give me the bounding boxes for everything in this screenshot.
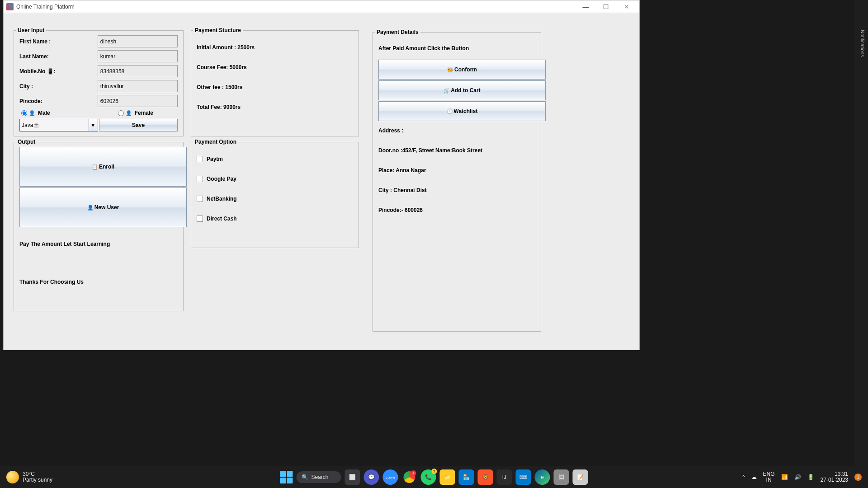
- netbank-label: NetBanking: [207, 196, 237, 202]
- conform-button[interactable]: 🐝 Conform: [378, 60, 546, 80]
- course-combo[interactable]: Java☕ ▼: [19, 119, 98, 131]
- enroll-label: Enroll: [99, 164, 114, 170]
- female-radio[interactable]: [118, 110, 124, 116]
- app1-icon[interactable]: 🖼: [554, 469, 569, 485]
- gpay-label: Google Pay: [207, 176, 236, 182]
- watchlist-button[interactable]: 🕐 Watchlist: [378, 101, 546, 121]
- condition: Partly sunny: [23, 477, 52, 483]
- enroll-icon: 📋: [92, 164, 98, 170]
- person-icon: 👤: [126, 110, 132, 116]
- payment-structure-group: Payment Stucture Initial Amount : 2500rs…: [191, 30, 359, 136]
- mobile-label: Mobile.No 📱:: [19, 68, 98, 75]
- cloud-icon[interactable]: ☁: [751, 474, 757, 480]
- start-button[interactable]: [280, 471, 292, 483]
- pay-message: Pay The Amount Let Start Learning: [19, 241, 178, 247]
- language-2[interactable]: IN: [763, 477, 775, 483]
- brave-icon[interactable]: 🦁: [478, 469, 493, 485]
- explorer-icon[interactable]: 📁: [440, 469, 455, 485]
- other-fee: Other fee : 1500rs: [197, 84, 353, 90]
- intellij-icon[interactable]: IJ: [497, 469, 512, 485]
- volume-icon[interactable]: 🔊: [794, 474, 801, 480]
- wifi-icon[interactable]: 📶: [781, 474, 788, 480]
- first-name-field[interactable]: [98, 35, 178, 47]
- weather-widget[interactable]: 30°C Partly sunny: [6, 471, 52, 483]
- male-label: Male: [38, 110, 50, 116]
- notifications-label[interactable]: Notifications: [860, 30, 865, 57]
- add-to-cart-label: Add to Cart: [451, 87, 480, 94]
- edge-icon[interactable]: e: [535, 469, 550, 485]
- teams-icon[interactable]: 💬: [364, 469, 379, 485]
- first-name-label: First Name :: [19, 38, 98, 45]
- chrome-icon[interactable]: 8: [402, 469, 417, 485]
- payment-structure-legend: Payment Stucture: [193, 27, 243, 33]
- enroll-button[interactable]: 📋 Enroll: [19, 147, 187, 187]
- output-legend: Output: [16, 139, 37, 145]
- payment-option-legend: Payment Option: [193, 139, 238, 145]
- city-field[interactable]: [98, 80, 178, 92]
- city-dist: City : Chennai Dist: [378, 187, 535, 193]
- close-button[interactable]: ✕: [616, 0, 637, 13]
- door-no: Door.no :452/F, Street Name:Book Street: [378, 147, 535, 154]
- minimize-button[interactable]: —: [576, 0, 596, 13]
- zoom-icon[interactable]: zoom: [383, 469, 398, 485]
- app-window: Online Training Platform — ☐ ✕ User Inpu…: [3, 0, 640, 350]
- task-view-icon[interactable]: ⬜: [345, 469, 360, 485]
- place: Place: Anna Nagar: [378, 167, 535, 174]
- paytm-checkbox[interactable]: [197, 156, 203, 162]
- pincode-label: Pincode:: [19, 98, 98, 104]
- course-combo-value: Java☕: [22, 122, 40, 128]
- vscode-icon[interactable]: ⌨: [516, 469, 531, 485]
- cash-label: Direct Cash: [207, 216, 237, 222]
- search-icon: 🔍: [302, 474, 308, 480]
- new-user-label: New User: [94, 204, 119, 211]
- new-user-button[interactable]: 👤 New User: [19, 188, 187, 227]
- watchlist-label: Watchlist: [454, 108, 478, 114]
- pincode-detail: Pincode:- 600026: [378, 207, 535, 213]
- output-group: Output 📋 Enroll 👤 New User Pay The Amoun…: [14, 142, 184, 311]
- weather-icon: [6, 471, 19, 483]
- male-radio[interactable]: [21, 110, 27, 116]
- last-name-label: Last Name:: [19, 53, 98, 60]
- save-button-label: Save: [132, 122, 145, 128]
- cart-icon: 🛒: [443, 88, 450, 94]
- app-icon: [6, 3, 14, 10]
- notification-badge[interactable]: 1: [854, 474, 862, 481]
- whatsapp-icon[interactable]: 📞7: [421, 469, 436, 485]
- title-bar[interactable]: Online Training Platform — ☐ ✕: [4, 0, 639, 13]
- right-side-panel: Notifications: [854, 0, 868, 466]
- user-input-group: User Input First Name : Last Name: Mobil…: [14, 30, 184, 136]
- after-paid-instruction: After Paid Amount Click the Button: [378, 45, 535, 52]
- user-input-legend: User Input: [16, 27, 46, 33]
- battery-icon[interactable]: 🔋: [807, 474, 814, 480]
- female-label: Female: [135, 110, 153, 116]
- app2-icon[interactable]: 📝: [573, 469, 588, 485]
- search-bar[interactable]: 🔍 Search: [296, 471, 341, 483]
- add-to-cart-button[interactable]: 🛒 Add to Cart: [378, 80, 546, 100]
- search-placeholder: Search: [311, 474, 328, 480]
- thanks-message: Thanks For Choosing Us: [19, 279, 178, 285]
- conform-label: Conform: [454, 66, 477, 73]
- tray-chevron-icon[interactable]: ^: [742, 474, 745, 480]
- last-name-field[interactable]: [98, 50, 178, 62]
- initial-amount: Initial Amount : 2500rs: [197, 44, 353, 51]
- clock-date[interactable]: 27-01-2023: [821, 477, 848, 483]
- save-button[interactable]: Save: [99, 119, 178, 131]
- total-fee: Total Fee: 9000rs: [197, 104, 353, 110]
- pincode-field[interactable]: [98, 95, 178, 107]
- course-fee: Course Fee: 5000rs: [197, 64, 353, 70]
- netbank-checkbox[interactable]: [197, 196, 203, 202]
- payment-details-group: Payment Details After Paid Amount Click …: [373, 32, 541, 332]
- mobile-field[interactable]: [98, 65, 178, 77]
- gpay-checkbox[interactable]: [197, 176, 203, 182]
- conform-icon: 🐝: [447, 67, 453, 73]
- paytm-label: Paytm: [207, 156, 223, 162]
- chevron-down-icon: ▼: [89, 119, 97, 131]
- cash-checkbox[interactable]: [197, 216, 203, 222]
- store-icon[interactable]: 🏪: [459, 469, 474, 485]
- user-icon: 👤: [87, 205, 94, 211]
- person-icon: 👤: [29, 110, 35, 116]
- address-label: Address :: [378, 127, 535, 134]
- maximize-button[interactable]: ☐: [596, 0, 616, 13]
- taskbar[interactable]: 30°C Partly sunny 🔍 Search ⬜ 💬 zoom 8 📞7…: [0, 466, 868, 488]
- payment-details-legend: Payment Details: [375, 29, 420, 35]
